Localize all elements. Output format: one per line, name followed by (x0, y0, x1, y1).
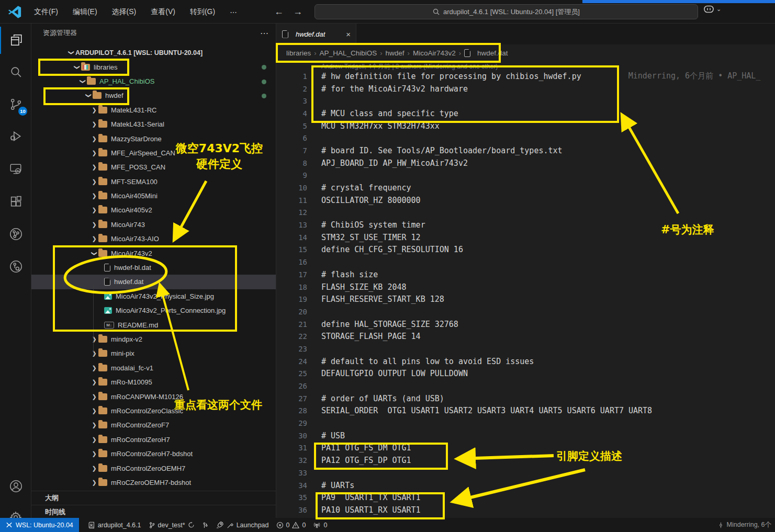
menu-item-转到-g[interactable]: 转到(G) (185, 5, 220, 19)
back-icon[interactable]: ← (274, 6, 284, 17)
tree-item-matekl431-rc[interactable]: ❯MatekL431-RC (31, 103, 276, 117)
tree-item-mrocontrolzeroclassic[interactable]: ❯mRoControlZeroClassic (31, 404, 276, 418)
tree-item-ap-hal-chibios[interactable]: ❯AP_HAL_ChibiOS (31, 74, 276, 88)
code-content[interactable]: 1# hw definition file for processing by … (277, 70, 775, 518)
code-line-15[interactable]: 15define CH_CFG_ST_RESOLUTION 16 (277, 244, 775, 256)
code-line-24[interactable]: 24# default to all pins low to avoid ESD… (277, 355, 775, 368)
tree-item-mini-pix[interactable]: ❯mini-pix (31, 346, 276, 360)
remote-explorer-icon[interactable] (0, 155, 31, 183)
code-line-3[interactable]: 3 (277, 95, 775, 107)
remote-indicator[interactable]: WSL: Ubuntu-20.04 (0, 518, 79, 532)
code-line-11[interactable]: 11OSCILLATOR_HZ 8000000 (277, 194, 775, 207)
code-line-28[interactable]: 28SERIAL_ORDER OTG1 USART1 USART2 USART3… (277, 405, 775, 417)
code-line-7[interactable]: 7# board ID. See Tools/AP_Bootloader/boa… (277, 144, 775, 157)
tree-item-mrocanpwm-m10126[interactable]: ❯mRoCANPWM-M10126 (31, 389, 276, 403)
tree-item-mazzystardrone[interactable]: ❯MazzyStarDrone (31, 131, 276, 145)
tree-item-micoair743-aio[interactable]: ❯MicoAir743-AIO (31, 232, 276, 246)
code-line-36[interactable]: 36PA10 USART1_RX USART1 (277, 504, 775, 516)
tree-item-ardupilot-4-6-1-wsl-ubuntu-20-04[interactable]: ❯ARDUPILOT_4.6.1 [WSL: UBUNTU-20.04] (31, 46, 276, 60)
more-actions-icon[interactable]: ⋯ (260, 28, 268, 38)
code-line-8[interactable]: 8APJ_BOARD_ID AP_HW_MicoAir743v2 (277, 157, 775, 169)
code-line-23[interactable]: 23 (277, 343, 775, 355)
repo-status-item[interactable]: ardupilot_4.6.1 (84, 518, 145, 532)
code-line-27[interactable]: 27# order of UARTs (and USB) (277, 392, 775, 405)
code-line-2[interactable]: 2# for the MicoAir743v2 hardware (277, 83, 775, 95)
code-line-25[interactable]: 25DEFAULTGPIO OUTPUT LOW PULLDOWN (277, 368, 775, 380)
tree-item-libraries[interactable]: ❯libraries (31, 60, 276, 74)
code-line-29[interactable]: 29 (277, 417, 775, 429)
code-line-16[interactable]: 16 (277, 256, 775, 268)
commit-graph-item[interactable] (198, 518, 212, 532)
problems-item[interactable]: 0 0 (273, 518, 310, 532)
code-line-30[interactable]: 30# USB (277, 429, 775, 442)
code-line-17[interactable]: 17# flash size (277, 268, 775, 281)
tree-item-modalai-fc-v1[interactable]: ❯modalai_fc-v1 (31, 361, 276, 375)
menu-item-文件-f[interactable]: 文件(F) (29, 5, 63, 19)
code-line-21[interactable]: 21define HAL_STORAGE_SIZE 32768 (277, 318, 775, 331)
command-center-search[interactable]: ardupilot_4.6.1 [WSL: Ubuntu-20.04] [管理员… (315, 4, 698, 19)
code-line-22[interactable]: 22STORAGE_FLASH_PAGE 14 (277, 330, 775, 343)
tree-item-mfe-pos3-can[interactable]: ❯MFE_POS3_CAN (31, 160, 276, 174)
code-line-10[interactable]: 10# crystal frequency (277, 182, 775, 194)
account-icon[interactable] (0, 472, 31, 500)
code-line-19[interactable]: 19FLASH_RESERVE_START_KB 128 (277, 293, 775, 305)
close-icon[interactable]: × (346, 30, 351, 39)
code-line-1[interactable]: 1# hw definition file for processing by … (277, 70, 775, 83)
source-control-icon[interactable]: 10 (0, 90, 31, 118)
breadcrumb-hwdef-dat[interactable]: hwdef.dat (477, 49, 508, 57)
tree-item-mrocontrolzeroh7-bdshot[interactable]: ❯mRoControlZeroH7-bdshot (31, 447, 276, 461)
git-graph-icon[interactable] (0, 220, 31, 247)
tree-item-matekl431-serial[interactable]: ❯MatekL431-Serial (31, 117, 276, 131)
code-line-5[interactable]: 5MCU STM32H7xx STM32H743xx (277, 120, 775, 132)
menu-item-编辑-e[interactable]: 编辑(E) (68, 5, 103, 19)
tree-item-mindpx-v2[interactable]: ❯mindpx-v2 (31, 332, 276, 346)
code-line-34[interactable]: 34# UARTs (277, 479, 775, 492)
tree-item-micoair743[interactable]: ❯MicoAir743 (31, 218, 276, 232)
code-line-31[interactable]: 31PA11 OTG_FS_DM OTG1 (277, 442, 775, 455)
timeline-section[interactable]: 时间线 (31, 505, 276, 518)
code-line-6[interactable]: 6 (277, 132, 775, 144)
blame-status-item[interactable]: Minderring, 6个 (714, 518, 775, 532)
breadcrumb-ap-hal-chibios[interactable]: AP_HAL_ChibiOS (320, 49, 377, 57)
tree-item-mrocontrolzerooemh7[interactable]: ❯mRoControlZeroOEMH7 (31, 461, 276, 475)
tree-item-micoair405mini[interactable]: ❯MicoAir405Mini (31, 189, 276, 203)
tree-item-micoair743v2-ports-connection-jpg[interactable]: MicoAir743v2_Ports_Connection.jpg (31, 303, 276, 318)
run-debug-icon[interactable] (0, 123, 31, 150)
code-line-4[interactable]: 4# MCU class and specific type (277, 107, 775, 120)
tree-item-hwdef-bl-dat[interactable]: hwdef-bl.dat (31, 261, 276, 275)
code-line-12[interactable]: 12 (277, 207, 775, 219)
breadcrumb-micoair743v2[interactable]: MicoAir743v2 (413, 49, 456, 57)
search-sidebar-icon[interactable] (0, 58, 31, 85)
git-history-icon[interactable] (0, 253, 31, 280)
extensions-icon[interactable] (0, 188, 31, 215)
code-line-18[interactable]: 18FLASH_SIZE_KB 2048 (277, 281, 775, 293)
outline-section[interactable]: 大纲 (31, 491, 276, 505)
menu-item-查看-v[interactable]: 查看(V) (145, 5, 181, 19)
copilot-menu[interactable]: ⌄ (703, 5, 721, 14)
tree-item-hwdef-dat[interactable]: hwdef.dat (31, 275, 276, 289)
branch-status-item[interactable]: dev_test* (145, 518, 198, 532)
tree-item-micoair743v2-physical-size-jpg[interactable]: MicoAir743v2_Physical_Size.jpg (31, 289, 276, 303)
tree-item-hwdef[interactable]: ❯hwdef (31, 88, 276, 103)
launchpad-item[interactable]: Launchpad (212, 518, 273, 532)
tree-item-mroczerooemh7-bdshot[interactable]: ❯mRoCZeroOEMH7-bdshot (31, 476, 276, 490)
code-line-9[interactable]: 9 (277, 169, 775, 182)
code-line-13[interactable]: 13# ChibiOS system timer (277, 219, 775, 231)
tab-hwdef-dat[interactable]: hwdef.dat × (277, 24, 356, 44)
code-line-35[interactable]: 35PA9 USART1_TX USART1 (277, 491, 775, 504)
tree-item-readme-md[interactable]: M↓README.md (31, 318, 276, 332)
tree-item-mrocontrolzeroh7[interactable]: ❯mRoControlZeroH7 (31, 433, 276, 447)
code-line-20[interactable]: 20 (277, 305, 775, 318)
breadcrumbs[interactable]: libraries›AP_HAL_ChibiOS›hwdef›MicoAir74… (277, 44, 775, 62)
tree-item-mfe-airspeed-can[interactable]: ❯MFE_AirSpeed_CAN (31, 146, 276, 160)
tree-item-micoair405v2[interactable]: ❯MicoAir405v2 (31, 203, 276, 217)
breadcrumb-libraries[interactable]: libraries (286, 49, 311, 57)
breadcrumb-hwdef[interactable]: hwdef (386, 49, 405, 57)
tree-item-mrocontrolzerof7[interactable]: ❯mRoControlZeroF7 (31, 418, 276, 432)
tree-item-mft-sema100[interactable]: ❯MFT-SEMA100 (31, 175, 276, 189)
ports-item[interactable]: 0 (309, 518, 331, 532)
code-line-33[interactable]: 33 (277, 467, 775, 479)
code-line-14[interactable]: 14STM32_ST_USE_TIMER 12 (277, 231, 775, 244)
tree-item-micoair743v2[interactable]: ❯MicoAir743v2 (31, 246, 276, 260)
forward-icon[interactable]: → (293, 6, 302, 17)
